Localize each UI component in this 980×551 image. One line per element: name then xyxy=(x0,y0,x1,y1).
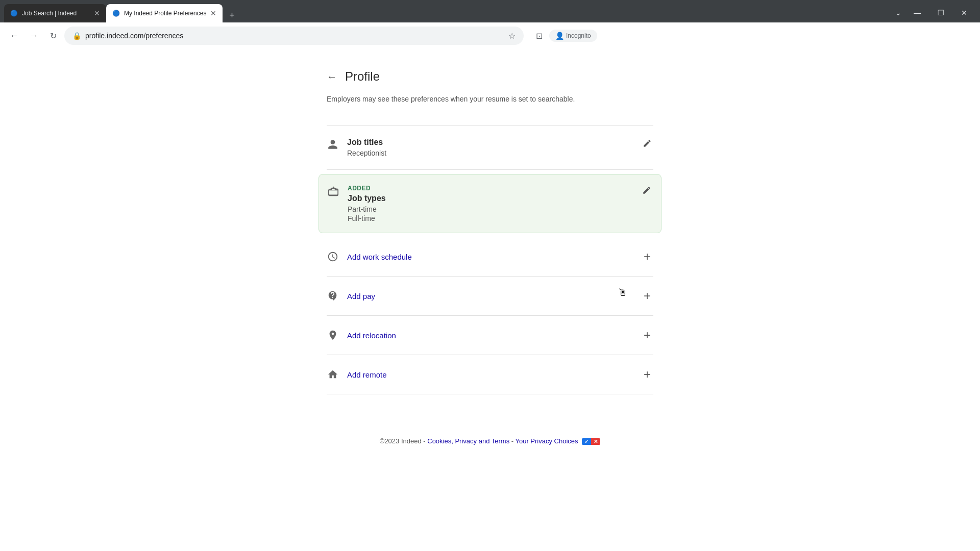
back-nav-button[interactable]: ← xyxy=(6,28,22,44)
extensions-area: ⊡ 👤 Incognito xyxy=(531,28,597,44)
job-types-content: Added Job types Part-time Full-time xyxy=(348,185,632,222)
window-list-button[interactable]: ⌄ xyxy=(891,7,905,19)
relocation-content[interactable]: Add relocation xyxy=(347,331,633,340)
tab2-title: My Indeed Profile Preferences xyxy=(124,10,206,17)
main-container: ← Profile Employers may see these prefer… xyxy=(327,69,653,461)
privacy-choices-link[interactable]: Your Privacy Choices xyxy=(515,437,578,445)
bookmark-icon[interactable]: ☆ xyxy=(508,31,516,41)
forward-nav-button[interactable]: → xyxy=(26,28,42,44)
address-bar[interactable]: 🔒 profile.indeed.com/preferences ☆ xyxy=(64,27,524,45)
job-titles-label: Job titles xyxy=(347,138,633,147)
remote-icon xyxy=(327,369,339,380)
reload-button[interactable]: ↻ xyxy=(45,28,61,44)
window-chrome-button[interactable]: ⊡ xyxy=(531,28,547,44)
work-schedule-icon xyxy=(327,251,339,262)
job-titles-section: Job titles Receptionist xyxy=(327,125,653,170)
job-types-section: Added Job types Part-time Full-time xyxy=(318,174,662,233)
remote-section: Add remote + xyxy=(327,355,653,394)
work-schedule-add-icon[interactable]: + xyxy=(641,249,653,264)
pay-icon xyxy=(327,290,339,302)
remote-add-icon[interactable]: + xyxy=(641,367,653,382)
tab-job-search[interactable]: 🔵 Job Search | Indeed ✕ xyxy=(4,4,106,22)
cookies-privacy-link[interactable]: Cookies, Privacy and Terms xyxy=(427,437,509,445)
work-schedule-section: Add work schedule + xyxy=(327,237,653,277)
pay-section: Add pay 🖱 + xyxy=(327,277,653,316)
page-content: ← Profile Employers may see these prefer… xyxy=(0,49,980,551)
relocation-add-icon[interactable]: + xyxy=(641,328,653,342)
new-tab-button[interactable]: + xyxy=(225,8,239,22)
incognito-icon: 👤 xyxy=(555,32,564,40)
remote-content[interactable]: Add remote xyxy=(347,370,633,379)
job-titles-edit-icon[interactable] xyxy=(641,139,653,148)
job-titles-value: Receptionist xyxy=(347,149,633,157)
page-title: Profile xyxy=(345,69,380,84)
added-badge: Added xyxy=(348,185,632,192)
tab-bar: 🔵 Job Search | Indeed ✕ 🔵 My Indeed Prof… xyxy=(0,0,980,22)
work-schedule-content[interactable]: Add work schedule xyxy=(347,253,633,261)
job-types-icon xyxy=(327,186,339,197)
tab1-title: Job Search | Indeed xyxy=(22,10,90,17)
job-titles-icon xyxy=(327,139,339,150)
job-types-label: Job types xyxy=(348,194,632,203)
relocation-section: Add relocation + xyxy=(327,316,653,355)
url-text: profile.indeed.com/preferences xyxy=(85,32,504,40)
lock-icon: 🔒 xyxy=(72,32,81,40)
job-types-value-1: Part-time xyxy=(348,205,632,213)
tab-preferences[interactable]: 🔵 My Indeed Profile Preferences ✕ xyxy=(106,4,223,22)
remote-label: Add remote xyxy=(347,370,633,379)
browser-window: 🔵 Job Search | Indeed ✕ 🔵 My Indeed Prof… xyxy=(0,0,980,49)
job-titles-content: Job titles Receptionist xyxy=(347,138,633,157)
tab2-close[interactable]: ✕ xyxy=(210,9,216,17)
incognito-label: Incognito xyxy=(566,32,591,39)
tab2-favicon: 🔵 xyxy=(112,10,120,17)
copyright-text: ©2023 Indeed - xyxy=(380,437,427,445)
close-button[interactable]: ✕ xyxy=(952,5,976,20)
incognito-profile-button[interactable]: 👤 Incognito xyxy=(549,30,597,42)
pay-add-icon[interactable]: + xyxy=(641,289,653,303)
privacy-badge: ✓ ✕ xyxy=(582,438,600,445)
minimize-button[interactable]: — xyxy=(905,5,929,20)
back-header: ← Profile xyxy=(327,69,653,84)
pay-label: Add pay xyxy=(347,292,633,300)
pay-content[interactable]: Add pay xyxy=(347,292,633,300)
footer: ©2023 Indeed - Cookies, Privacy and Term… xyxy=(327,425,653,461)
sections-wrapper: Job titles Receptionist Added Job types … xyxy=(327,125,653,394)
maximize-button[interactable]: ❐ xyxy=(929,5,952,20)
back-arrow-icon[interactable]: ← xyxy=(327,71,337,83)
page-subtitle: Employers may see these preferences when… xyxy=(327,94,653,105)
job-types-edit-icon[interactable] xyxy=(641,186,653,195)
relocation-label: Add relocation xyxy=(347,331,633,340)
tab1-close[interactable]: ✕ xyxy=(94,9,100,17)
work-schedule-label: Add work schedule xyxy=(347,253,633,261)
job-types-value-2: Full-time xyxy=(348,214,632,222)
relocation-icon xyxy=(327,330,339,341)
tab1-favicon: 🔵 xyxy=(10,10,18,17)
